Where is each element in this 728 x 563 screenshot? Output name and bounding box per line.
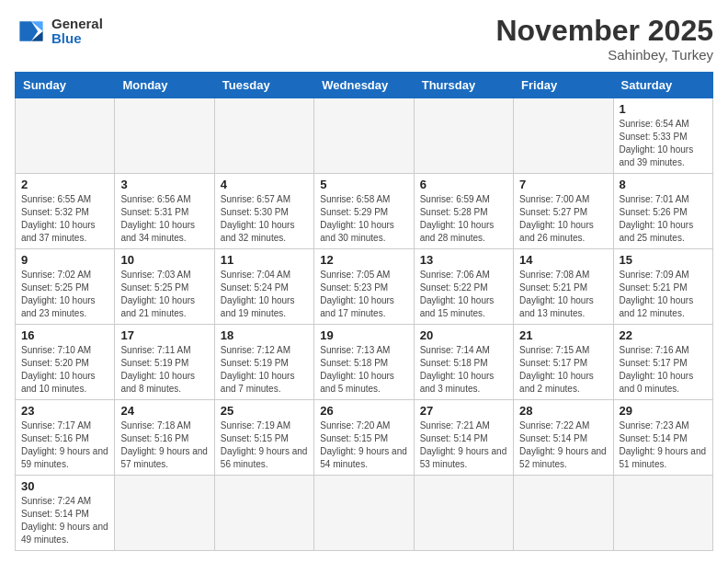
- calendar-cell: 13Sunrise: 7:06 AM Sunset: 5:22 PM Dayli…: [414, 249, 513, 325]
- day-number: 15: [620, 253, 707, 267]
- calendar-day-header-saturday: Saturday: [613, 73, 712, 98]
- day-info: Sunrise: 7:10 AM Sunset: 5:20 PM Dayligh…: [21, 344, 108, 396]
- day-number: 5: [320, 178, 407, 191]
- day-info: Sunrise: 7:17 AM Sunset: 5:16 PM Dayligh…: [21, 419, 108, 471]
- calendar-cell: 17Sunrise: 7:11 AM Sunset: 5:19 PM Dayli…: [115, 325, 214, 400]
- calendar-cell: 25Sunrise: 7:19 AM Sunset: 5:15 PM Dayli…: [214, 400, 313, 476]
- calendar-cell: [314, 476, 414, 551]
- day-info: Sunrise: 7:18 AM Sunset: 5:16 PM Dayligh…: [120, 419, 208, 471]
- calendar-cell: 9Sunrise: 7:02 AM Sunset: 5:25 PM Daylig…: [16, 249, 115, 325]
- day-number: 19: [320, 328, 407, 342]
- calendar-cell: 11Sunrise: 7:04 AM Sunset: 5:24 PM Dayli…: [214, 249, 313, 325]
- calendar-cell: 2Sunrise: 6:55 AM Sunset: 5:32 PM Daylig…: [16, 174, 115, 249]
- day-info: Sunrise: 6:55 AM Sunset: 5:32 PM Dayligh…: [21, 193, 108, 245]
- calendar-cell: 21Sunrise: 7:15 AM Sunset: 5:17 PM Dayli…: [514, 325, 613, 400]
- day-number: 25: [221, 404, 308, 418]
- calendar-cell: 16Sunrise: 7:10 AM Sunset: 5:20 PM Dayli…: [16, 325, 115, 400]
- calendar-cell: 20Sunrise: 7:14 AM Sunset: 5:18 PM Dayli…: [414, 325, 513, 400]
- calendar-cell: [214, 98, 313, 174]
- calendar-cell: 7Sunrise: 7:00 AM Sunset: 5:27 PM Daylig…: [514, 174, 613, 249]
- day-number: 16: [21, 328, 108, 342]
- calendar-cell: 6Sunrise: 6:59 AM Sunset: 5:28 PM Daylig…: [414, 174, 513, 249]
- day-number: 1: [620, 102, 707, 116]
- day-info: Sunrise: 6:54 AM Sunset: 5:33 PM Dayligh…: [620, 118, 707, 169]
- day-number: 18: [221, 328, 308, 342]
- day-info: Sunrise: 7:09 AM Sunset: 5:21 PM Dayligh…: [620, 269, 707, 320]
- month-title: November 2025: [495, 15, 713, 47]
- calendar-cell: 30Sunrise: 7:24 AM Sunset: 5:14 PM Dayli…: [16, 476, 115, 551]
- calendar-cell: 27Sunrise: 7:21 AM Sunset: 5:14 PM Dayli…: [414, 400, 513, 476]
- calendar-cell: [115, 98, 214, 174]
- calendar-day-header-sunday: Sunday: [16, 73, 115, 98]
- calendar-cell: 24Sunrise: 7:18 AM Sunset: 5:16 PM Dayli…: [115, 400, 214, 476]
- day-info: Sunrise: 6:59 AM Sunset: 5:28 PM Dayligh…: [420, 193, 507, 245]
- day-number: 27: [420, 404, 507, 418]
- day-info: Sunrise: 7:22 AM Sunset: 5:14 PM Dayligh…: [519, 419, 607, 471]
- day-info: Sunrise: 7:23 AM Sunset: 5:14 PM Dayligh…: [620, 419, 707, 471]
- day-info: Sunrise: 7:03 AM Sunset: 5:25 PM Dayligh…: [120, 269, 208, 320]
- location-subtitle: Sahinbey, Turkey: [495, 47, 713, 63]
- calendar-cell: [414, 476, 513, 551]
- day-info: Sunrise: 6:57 AM Sunset: 5:30 PM Dayligh…: [221, 193, 308, 245]
- logo-text: General Blue: [51, 17, 103, 47]
- calendar-cell: 23Sunrise: 7:17 AM Sunset: 5:16 PM Dayli…: [16, 400, 115, 476]
- calendar-cell: 26Sunrise: 7:20 AM Sunset: 5:15 PM Dayli…: [314, 400, 414, 476]
- calendar-week-row: 2Sunrise: 6:55 AM Sunset: 5:32 PM Daylig…: [16, 174, 713, 249]
- day-info: Sunrise: 7:08 AM Sunset: 5:21 PM Dayligh…: [519, 269, 607, 320]
- calendar-day-header-tuesday: Tuesday: [214, 73, 313, 98]
- calendar-cell: [16, 98, 115, 174]
- day-number: 29: [620, 404, 707, 418]
- calendar-cell: 15Sunrise: 7:09 AM Sunset: 5:21 PM Dayli…: [613, 249, 712, 325]
- calendar-cell: [115, 476, 214, 551]
- calendar-cell: [414, 98, 513, 174]
- day-info: Sunrise: 7:24 AM Sunset: 5:14 PM Dayligh…: [21, 495, 108, 546]
- day-number: 30: [21, 479, 108, 493]
- calendar-cell: 12Sunrise: 7:05 AM Sunset: 5:23 PM Dayli…: [314, 249, 414, 325]
- day-info: Sunrise: 7:11 AM Sunset: 5:19 PM Dayligh…: [120, 344, 208, 396]
- day-number: 3: [120, 178, 208, 191]
- day-info: Sunrise: 7:19 AM Sunset: 5:15 PM Dayligh…: [221, 419, 308, 471]
- day-number: 8: [620, 178, 707, 191]
- day-number: 10: [120, 253, 208, 267]
- page-header: General Blue November 2025 Sahinbey, Tur…: [15, 15, 713, 63]
- day-number: 4: [221, 178, 308, 191]
- day-info: Sunrise: 6:56 AM Sunset: 5:31 PM Dayligh…: [120, 193, 208, 245]
- logo-icon: [15, 15, 48, 48]
- calendar-cell: [514, 476, 613, 551]
- logo: General Blue: [15, 15, 103, 48]
- day-info: Sunrise: 7:16 AM Sunset: 5:17 PM Dayligh…: [620, 344, 707, 396]
- day-number: 14: [519, 253, 607, 267]
- calendar-cell: 1Sunrise: 6:54 AM Sunset: 5:33 PM Daylig…: [613, 98, 712, 174]
- day-info: Sunrise: 7:02 AM Sunset: 5:25 PM Dayligh…: [21, 269, 108, 320]
- day-info: Sunrise: 7:00 AM Sunset: 5:27 PM Dayligh…: [519, 193, 607, 245]
- calendar-cell: [613, 476, 712, 551]
- calendar-week-row: 16Sunrise: 7:10 AM Sunset: 5:20 PM Dayli…: [16, 325, 713, 400]
- calendar-cell: 18Sunrise: 7:12 AM Sunset: 5:19 PM Dayli…: [214, 325, 313, 400]
- title-block: November 2025 Sahinbey, Turkey: [495, 15, 713, 63]
- calendar-cell: [514, 98, 613, 174]
- day-number: 21: [519, 328, 607, 342]
- calendar-cell: 8Sunrise: 7:01 AM Sunset: 5:26 PM Daylig…: [613, 174, 712, 249]
- day-info: Sunrise: 7:06 AM Sunset: 5:22 PM Dayligh…: [420, 269, 507, 320]
- calendar-cell: [214, 476, 313, 551]
- day-info: Sunrise: 7:12 AM Sunset: 5:19 PM Dayligh…: [221, 344, 308, 396]
- day-info: Sunrise: 7:21 AM Sunset: 5:14 PM Dayligh…: [420, 419, 507, 471]
- day-info: Sunrise: 6:58 AM Sunset: 5:29 PM Dayligh…: [320, 193, 407, 245]
- calendar-cell: 29Sunrise: 7:23 AM Sunset: 5:14 PM Dayli…: [613, 400, 712, 476]
- calendar-table: SundayMondayTuesdayWednesdayThursdayFrid…: [15, 72, 713, 551]
- day-info: Sunrise: 7:13 AM Sunset: 5:18 PM Dayligh…: [320, 344, 407, 396]
- calendar-cell: 19Sunrise: 7:13 AM Sunset: 5:18 PM Dayli…: [314, 325, 414, 400]
- calendar-cell: [314, 98, 414, 174]
- calendar-week-row: 1Sunrise: 6:54 AM Sunset: 5:33 PM Daylig…: [16, 98, 713, 174]
- calendar-day-header-thursday: Thursday: [414, 73, 513, 98]
- calendar-day-header-wednesday: Wednesday: [314, 73, 414, 98]
- calendar-week-row: 9Sunrise: 7:02 AM Sunset: 5:25 PM Daylig…: [16, 249, 713, 325]
- day-number: 2: [21, 178, 108, 191]
- day-number: 11: [221, 253, 308, 267]
- calendar-day-header-monday: Monday: [115, 73, 214, 98]
- day-number: 13: [420, 253, 507, 267]
- day-number: 26: [320, 404, 407, 418]
- day-number: 24: [120, 404, 208, 418]
- day-number: 7: [519, 178, 607, 191]
- calendar-cell: 4Sunrise: 6:57 AM Sunset: 5:30 PM Daylig…: [214, 174, 313, 249]
